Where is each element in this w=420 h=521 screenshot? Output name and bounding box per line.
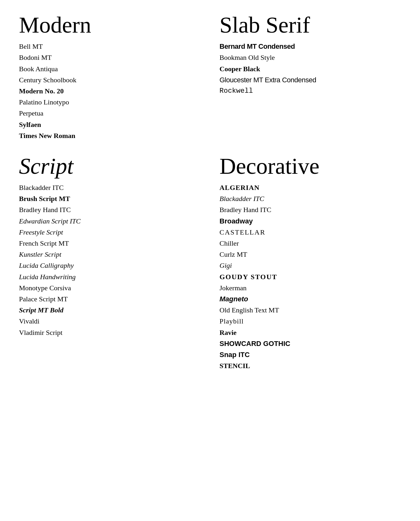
list-item: Monotype Corsiva [19,282,201,293]
list-item: CASTELLAR [220,227,401,238]
list-item: French Script MT [19,238,201,249]
list-item: Bradley Hand ITC [19,204,201,215]
list-item: Times New Roman [19,130,201,141]
list-item: Old English Text MT [220,304,401,316]
list-item: Kunstler Script [19,249,201,260]
list-item: STENCIL [220,360,401,371]
modern-font-list: Bell MT Bodoni MT Book Antiqua Century S… [19,41,201,141]
list-item: Magneto [220,293,401,304]
list-item: Jokerman [220,282,401,293]
list-item: Freestyle Script [19,227,201,238]
list-item: Chiller [220,238,401,249]
list-item: Script MT Bold [19,304,201,316]
list-item: Perpetua [19,108,201,119]
list-item: Bradley Hand ITC [220,204,401,215]
list-item: Ravie [220,327,401,338]
list-item: Bernard MT Condensed [220,41,401,52]
decorative-section: Decorative ALGERIAN Blackadder ITC Bradl… [210,148,411,378]
modern-section: Modern Bell MT Bodoni MT Book Antiqua Ce… [9,6,210,148]
list-item: Gloucester MT Extra Condensed [220,74,401,85]
list-item: Brush Script MT [19,193,201,204]
modern-title: Modern [19,13,201,38]
list-item: Bookman Old Style [220,52,401,63]
list-item: Cooper Black [220,63,401,74]
list-item: Sylfaen [19,119,201,130]
slab-font-list: Bernard MT Condensed Bookman Old Style C… [220,41,401,97]
list-item: Snap ITC [220,349,401,360]
list-item: Rockwell [220,85,401,97]
list-item: ALGERIAN [220,182,401,193]
list-item: Edwardian Script ITC [19,216,201,227]
list-item: Playbill [220,316,401,327]
slab-section: Slab Serif Bernard MT Condensed Bookman … [210,6,411,148]
list-item: Book Antiqua [19,63,201,74]
list-item: Blackadder ITC [220,193,401,204]
list-item: Modern No. 20 [19,85,201,97]
list-item: Bell MT [19,41,201,52]
list-item: GOUDY STOUT [220,271,401,282]
decorative-title: Decorative [220,154,401,179]
slab-title: Slab Serif [220,13,401,38]
page-container: Modern Bell MT Bodoni MT Book Antiqua Ce… [0,0,420,384]
list-item: Palatino Linotypo [19,97,201,108]
list-item: Bodoni MT [19,52,201,63]
list-item: Vladimir Script [19,327,201,338]
list-item: Curlz MT [220,249,401,260]
list-item: Palace Script MT [19,293,201,304]
list-item: Blackadder ITC [19,182,201,193]
decorative-font-list: ALGERIAN Blackadder ITC Bradley Hand ITC… [220,182,401,371]
list-item: Gigi [220,260,401,271]
list-item: SHOWCARD GOTHIC [220,338,401,349]
list-item: Lucida Calligraphy [19,260,201,271]
list-item: Vivaldi [19,316,201,327]
list-item: Lucida Handwriting [19,271,201,282]
list-item: Century Schoolbook [19,74,201,85]
script-font-list: Blackadder ITC Brush Script MT Bradley H… [19,182,201,338]
script-title: Script [19,154,201,179]
list-item: Broadway [220,216,401,227]
script-section: Script Blackadder ITC Brush Script MT Br… [9,148,210,378]
